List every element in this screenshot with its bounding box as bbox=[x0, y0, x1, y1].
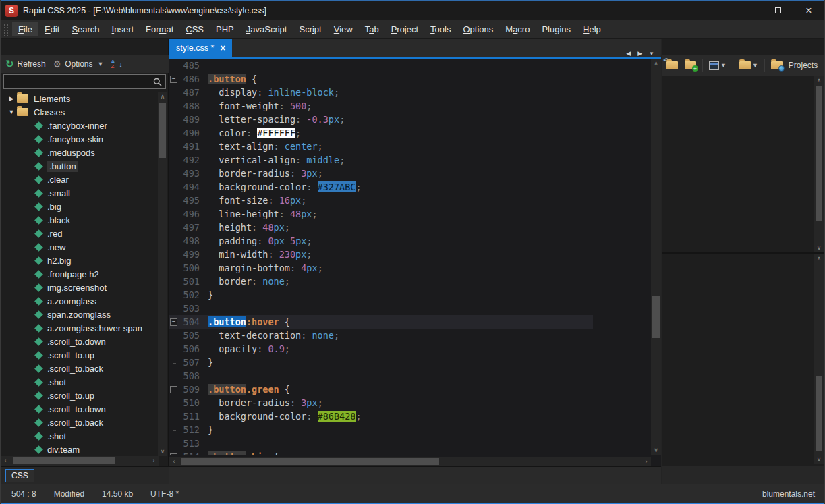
code-line[interactable]: 503 bbox=[169, 302, 593, 315]
css-mode-tab[interactable]: CSS bbox=[5, 469, 34, 482]
code-explorer-hscrollbar[interactable]: ‹ › bbox=[1, 456, 159, 466]
code-explorer-scrollbar[interactable]: ∧ ∨ bbox=[158, 92, 167, 456]
code-line[interactable]: 502} bbox=[169, 288, 593, 302]
code-line[interactable]: 514.button.big { bbox=[169, 450, 593, 455]
folder-menu-icon[interactable]: ▼ bbox=[739, 61, 758, 69]
code-line[interactable]: 506 opacity: 0.9; bbox=[169, 342, 593, 356]
tree-class-item[interactable]: a.zoomglass:hover span bbox=[1, 321, 159, 335]
tree-class-item[interactable]: .new bbox=[1, 240, 159, 254]
code-line[interactable]: 500 margin-bottom: 4px; bbox=[169, 261, 593, 275]
tree-class-item[interactable]: .button bbox=[1, 159, 159, 173]
menu-macro[interactable]: Macro bbox=[499, 22, 536, 36]
code-line[interactable]: 513 bbox=[169, 437, 593, 450]
tab-list-icon[interactable]: ▼ bbox=[649, 51, 654, 57]
menu-css[interactable]: CSS bbox=[179, 22, 210, 36]
tree-class-item[interactable]: h2.big bbox=[1, 254, 159, 267]
tree-class-item[interactable]: .scroll_to.back bbox=[1, 362, 159, 375]
tree-class-item[interactable]: .scroll_to.up bbox=[1, 389, 159, 402]
tab-close-icon[interactable]: × bbox=[220, 43, 225, 53]
menu-tab[interactable]: Tab bbox=[359, 22, 385, 36]
menu-view[interactable]: View bbox=[328, 22, 359, 36]
gear-icon[interactable]: ⚙ bbox=[53, 59, 62, 69]
code-line[interactable]: 489 letter-spacing: -0.3px; bbox=[169, 113, 593, 126]
tree-class-item[interactable]: .scroll_to.up bbox=[1, 348, 159, 362]
code-line[interactable]: 510 border-radius: 3px; bbox=[169, 396, 593, 410]
scroll-up-icon[interactable]: ∧ bbox=[158, 92, 167, 101]
code-line[interactable]: 491 text-align: center; bbox=[169, 140, 593, 153]
code-line[interactable]: 492 vertical-align: middle; bbox=[169, 153, 593, 167]
code-line[interactable]: 507} bbox=[169, 356, 593, 369]
code-line[interactable]: 486.button { bbox=[169, 72, 593, 86]
scrollbar-thumb[interactable] bbox=[652, 296, 660, 338]
minimap[interactable] bbox=[593, 59, 651, 455]
new-folder-icon[interactable]: + bbox=[685, 61, 696, 69]
scroll-up-icon[interactable]: ∧ bbox=[814, 254, 824, 263]
hscrollbar-thumb[interactable] bbox=[181, 458, 439, 465]
fold-marker-icon[interactable] bbox=[169, 383, 178, 396]
encoding[interactable]: UTF-8 * bbox=[150, 489, 179, 499]
menu-project[interactable]: Project bbox=[385, 22, 424, 36]
code-line[interactable]: 495 font-size: 16px; bbox=[169, 194, 593, 207]
scroll-up-icon[interactable]: ∧ bbox=[651, 59, 661, 68]
code-line[interactable]: 485 bbox=[169, 59, 593, 72]
file-list-scrollbar[interactable]: ∧ ∨ bbox=[814, 254, 824, 464]
code-line[interactable]: 511 background-color: #86B428; bbox=[169, 410, 593, 423]
tree-folder-classes[interactable]: ▼Classes bbox=[1, 105, 159, 119]
refresh-icon[interactable]: ↻ bbox=[5, 58, 14, 70]
hscrollbar-thumb[interactable] bbox=[13, 457, 115, 464]
code-line[interactable]: 501 border: none; bbox=[169, 275, 593, 288]
tree-class-item[interactable]: .fancybox-skin bbox=[1, 132, 159, 146]
tab-scroll-right-icon[interactable]: ▶ bbox=[637, 50, 642, 57]
menu-format[interactable]: Format bbox=[140, 22, 179, 36]
tree-class-item[interactable]: .shot bbox=[1, 429, 159, 443]
code-line[interactable]: 487 display: inline-block; bbox=[169, 86, 593, 99]
open-parent-folder-icon[interactable]: ↶ bbox=[666, 61, 678, 69]
menu-help[interactable]: Help bbox=[577, 22, 607, 36]
close-button[interactable]: × bbox=[793, 1, 824, 20]
menu-file[interactable]: File bbox=[12, 22, 38, 36]
scroll-right-icon[interactable]: › bbox=[149, 456, 159, 466]
editor-hscrollbar[interactable]: ‹ › bbox=[169, 457, 651, 466]
menu-javascript[interactable]: JavaScript bbox=[240, 22, 293, 36]
code-line[interactable]: 504.button:hover { bbox=[169, 315, 593, 329]
search-input[interactable] bbox=[4, 77, 153, 86]
tree-folder-elements[interactable]: ▶Elements bbox=[1, 92, 159, 105]
menu-tools[interactable]: Tools bbox=[424, 22, 457, 36]
tree-class-item[interactable]: .clear bbox=[1, 173, 159, 186]
fold-marker-icon[interactable] bbox=[169, 72, 178, 86]
tree-class-item[interactable]: .meduspods bbox=[1, 146, 159, 159]
tree-class-item[interactable]: a.zoomglass bbox=[1, 294, 159, 308]
code-line[interactable]: 494 background-color: #327ABC; bbox=[169, 180, 593, 194]
tree-class-item[interactable]: .big bbox=[1, 200, 159, 213]
menu-php[interactable]: PHP bbox=[210, 22, 240, 36]
menu-options[interactable]: Options bbox=[457, 22, 499, 36]
tree-class-item[interactable]: div.team bbox=[1, 443, 159, 456]
document-tab[interactable]: style.css * × bbox=[169, 39, 232, 57]
tree-class-item[interactable]: .scroll_to.down bbox=[1, 335, 159, 348]
tree-class-item[interactable]: .red bbox=[1, 227, 159, 240]
code-line[interactable]: 508 bbox=[169, 369, 593, 383]
scroll-down-icon[interactable]: ∨ bbox=[651, 445, 661, 455]
view-mode-icon[interactable]: ▼ bbox=[709, 61, 727, 70]
minimize-button[interactable]: — bbox=[731, 1, 762, 20]
menu-edit[interactable]: Edit bbox=[38, 22, 65, 36]
refresh-button[interactable]: Refresh bbox=[18, 59, 46, 69]
toolbar-grip[interactable] bbox=[3, 24, 9, 36]
projects-folder-icon[interactable] bbox=[771, 61, 783, 69]
code-line[interactable]: 509.button.green { bbox=[169, 383, 593, 396]
menu-insert[interactable]: Insert bbox=[106, 22, 140, 36]
search-icon[interactable] bbox=[153, 78, 162, 86]
scroll-down-icon[interactable]: ∨ bbox=[814, 455, 824, 464]
code-line[interactable]: 488 font-weight: 500; bbox=[169, 99, 593, 113]
code-line[interactable]: 493 border-radius: 3px; bbox=[169, 167, 593, 180]
tree-class-item[interactable]: .frontpage h2 bbox=[1, 267, 159, 281]
fold-marker-icon[interactable] bbox=[169, 315, 178, 329]
tree-class-item[interactable]: .black bbox=[1, 213, 159, 227]
tree-class-item[interactable]: img.screenshot bbox=[1, 281, 159, 294]
code-line[interactable]: 496 line-height: 48px; bbox=[169, 207, 593, 221]
scrollbar-thumb[interactable] bbox=[159, 103, 166, 158]
code-line[interactable]: 497 height: 48px; bbox=[169, 221, 593, 234]
scrollbar-thumb[interactable] bbox=[816, 86, 822, 221]
title-bar[interactable]: S Rapid CSS 2025 - [E:\Web\blumentals\ww… bbox=[1, 1, 824, 20]
code-line[interactable]: 490 color: #FFFFFF; bbox=[169, 126, 593, 140]
